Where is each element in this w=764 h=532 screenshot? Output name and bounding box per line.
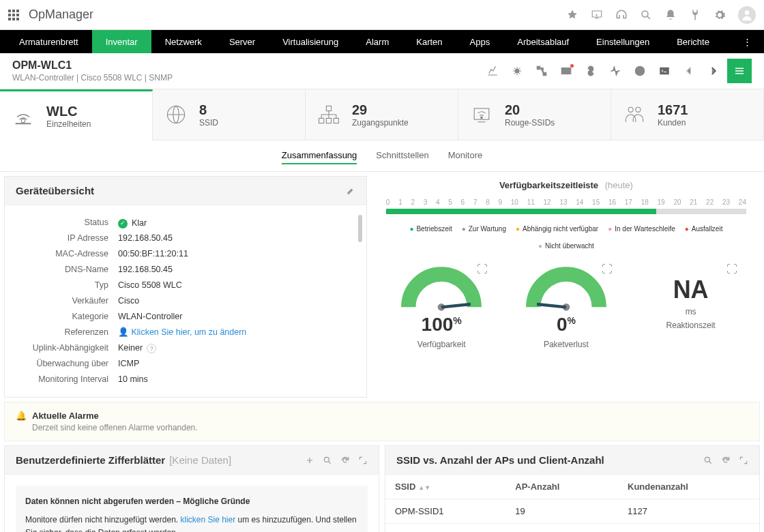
table-row[interactable]: OPM-SSID1191127 <box>385 499 759 524</box>
svg-rect-11 <box>326 106 331 110</box>
user-avatar[interactable] <box>738 6 756 24</box>
nav-inventar[interactable]: Inventar <box>92 30 151 53</box>
legend-up: Betriebszeit <box>409 225 452 233</box>
scrollbar[interactable] <box>358 215 362 242</box>
prev-icon[interactable] <box>678 61 700 80</box>
search-panel-icon[interactable] <box>703 456 713 465</box>
terminal-icon[interactable] <box>653 61 675 80</box>
overview-values: Klar192.168.50.4500:50:BF:11:20:11192.16… <box>118 215 355 387</box>
svg-rect-7 <box>660 68 669 75</box>
apps-grid-icon[interactable] <box>8 10 19 20</box>
next-icon[interactable] <box>703 61 724 80</box>
device-name: OPM-WLC1 <box>12 59 173 72</box>
legend-maint: Zur Wartung <box>462 225 506 233</box>
gauge-packetloss: ⛶ 0% Paketverlust <box>512 263 621 349</box>
add-icon[interactable] <box>305 456 314 465</box>
gauge-expand-icon[interactable]: ⛶ <box>477 263 488 276</box>
expand-icon[interactable] <box>358 456 368 465</box>
svg-rect-9 <box>16 123 31 124</box>
gauge-responsetime: ⛶ NA ms Reaktionszeit <box>636 263 746 349</box>
menu-button[interactable] <box>727 59 752 83</box>
nav-einstellungen[interactable]: Einstellungen <box>583 30 663 53</box>
availability-title: Verfügbarkeitszeitleiste <box>499 180 598 190</box>
gauge-expand-icon[interactable]: ⛶ <box>602 263 613 276</box>
mail-icon[interactable] <box>555 61 577 80</box>
nav-server[interactable]: Server <box>216 30 269 53</box>
svg-point-1 <box>745 10 750 15</box>
loop-icon[interactable] <box>580 61 602 80</box>
stat-card-einzelheiten[interactable]: WLCEinzelheiten <box>0 89 153 141</box>
svg-point-18 <box>636 107 641 112</box>
subtab-zusammenfassung[interactable]: Zusammenfassung <box>282 147 357 164</box>
expand-icon[interactable] <box>739 456 748 465</box>
gauge-expand-icon[interactable]: ⛶ <box>726 263 737 276</box>
ssid-col-header[interactable]: SSID▲▼ <box>385 475 505 499</box>
svg-rect-3 <box>537 66 540 70</box>
stat-card-rouge-ssids[interactable]: 20Rouge-SSIDs <box>458 89 611 141</box>
availability-range: (heute) <box>605 180 633 190</box>
svg-point-17 <box>628 107 633 112</box>
svg-rect-14 <box>334 118 338 123</box>
search-icon[interactable] <box>640 9 652 21</box>
apcount-col-header[interactable]: AP-Anzahl <box>505 475 618 499</box>
overview-labels: StatusIP AdresseMAC-AdresseDNS-NameTypVe… <box>16 215 118 387</box>
overview-title: Geräteübersicht <box>16 185 94 196</box>
bell-icon[interactable] <box>664 9 677 21</box>
refresh-icon[interactable] <box>721 456 731 465</box>
ssid-panel-title: SSID vs. Anzahl der APs und Client-Anzah… <box>396 454 604 466</box>
legend-dep: Abhängig nicht verfügbar <box>516 225 598 233</box>
timeline-hours: 0123456789101112131415161718192021222324 <box>386 198 746 206</box>
alarm-bell-icon: 🔔 <box>16 411 27 421</box>
main-nav: ArmaturenbrettInventarNetzwerkServerVirt… <box>0 30 764 53</box>
nav-alarm[interactable]: Alarm <box>352 30 402 53</box>
nav-arbeitsablauf[interactable]: Arbeitsablauf <box>503 30 583 53</box>
svg-point-16 <box>481 117 483 119</box>
svg-rect-13 <box>326 118 331 123</box>
svg-point-22 <box>705 457 709 462</box>
add-monitor-link[interactable]: klicken Sie hier <box>180 515 235 524</box>
edit-icon[interactable] <box>346 186 355 196</box>
stats-row: WLCEinzelheiten8SSID29Zugangspunkte20Rou… <box>0 89 764 141</box>
nav-netzwerk[interactable]: Netzwerk <box>151 30 216 53</box>
nav-karten[interactable]: Karten <box>402 30 456 53</box>
ssid-tbody: OPM-SSID1191127OPM-SSID22112OPM-SSID3212… <box>385 499 759 533</box>
svg-point-0 <box>642 11 648 17</box>
subtab-monitore[interactable]: Monitore <box>448 147 483 164</box>
gear-icon[interactable] <box>714 9 726 21</box>
presentation-icon[interactable] <box>591 9 603 21</box>
nav-more-icon[interactable]: ⋮ <box>736 30 759 53</box>
legend-hold: In der Warteschleife <box>608 225 675 233</box>
nav-berichte[interactable]: Berichte <box>663 30 723 53</box>
help-icon[interactable]: ? <box>147 344 156 353</box>
alert-config-icon[interactable] <box>506 61 528 80</box>
nav-apps[interactable]: Apps <box>456 30 504 53</box>
legend-down: Ausfallzeit <box>685 225 723 233</box>
headset-icon[interactable] <box>615 9 628 21</box>
plug-icon[interactable] <box>689 9 701 21</box>
stat-card-zugangspunkte[interactable]: 29Zugangspunkte <box>306 89 458 141</box>
globe-icon[interactable] <box>629 61 651 80</box>
svg-rect-12 <box>319 118 324 123</box>
ssid-table: SSID▲▼ AP-Anzahl Kundenanzahl OPM-SSID11… <box>385 475 759 532</box>
stat-card-kunden[interactable]: 1671Kunden <box>611 89 764 141</box>
subtab-schnittstellen[interactable]: Schnittstellen <box>376 147 428 164</box>
table-row[interactable]: OPM-SSID22112 <box>385 524 759 533</box>
timeline-bar <box>386 209 746 214</box>
subtabs: ZusammenfassungSchnittstellenMonitore <box>0 141 764 172</box>
nav-virtualisierung[interactable]: Virtualisierung <box>269 30 352 53</box>
svg-point-21 <box>324 457 329 462</box>
svg-point-8 <box>21 119 25 123</box>
workflow-icon[interactable] <box>531 61 553 80</box>
alarm-box: 🔔Aktuelle Alarme Derzeit sind keine offe… <box>4 402 760 441</box>
chart-icon[interactable] <box>482 61 503 80</box>
clientcount-col-header[interactable]: Kundenanzahl <box>618 475 759 499</box>
rocket-icon[interactable] <box>566 9 578 21</box>
dials-title: Benutzerdefinierte Zifferblätter[Keine D… <box>16 454 231 466</box>
refresh-icon[interactable] <box>340 456 350 465</box>
legend-unm: Nicht überwacht <box>538 242 594 250</box>
nav-armaturenbrett[interactable]: Armaturenbrett <box>5 30 92 53</box>
brand-title: OpManager <box>29 8 93 22</box>
search-panel-icon[interactable] <box>323 456 332 465</box>
activity-icon[interactable] <box>604 61 626 80</box>
stat-card-ssid[interactable]: 8SSID <box>153 89 306 141</box>
